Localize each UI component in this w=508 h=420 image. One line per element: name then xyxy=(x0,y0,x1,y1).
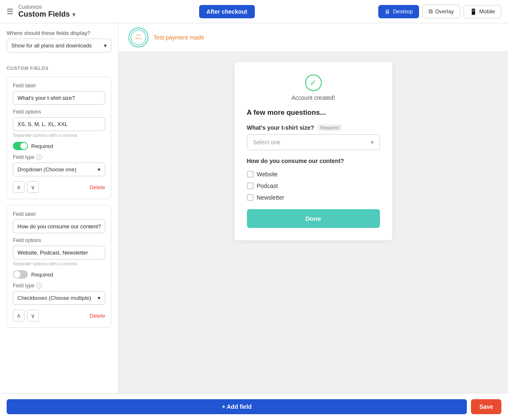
move-down-button-1[interactable]: ∨ xyxy=(27,181,39,193)
logo-svg: Jun's Bakery xyxy=(130,29,147,46)
preview-payment-text: Test payment made xyxy=(153,34,204,41)
account-created-text: Account created! xyxy=(247,94,380,101)
field-label-label-2: Field label xyxy=(13,211,105,217)
preview-field2-label: How do you consume our content? xyxy=(247,158,380,164)
preview-header: Jun's Bakery Test payment made xyxy=(118,23,508,52)
field-type-select-1[interactable]: Dropdown (Choose one) ▾ xyxy=(13,163,105,176)
overlay-label: Overlay xyxy=(435,8,454,15)
required-toggle-2[interactable] xyxy=(13,270,28,279)
checkbox-item-1: Podcast xyxy=(247,180,380,192)
main-content: Where should these fields display? Show … xyxy=(0,23,508,393)
preview-area: Jun's Bakery Test payment made ✓ Account… xyxy=(118,23,508,393)
preview-dropdown-placeholder: Select one xyxy=(253,139,281,146)
required-toggle-1[interactable] xyxy=(13,142,28,150)
svg-text:Jun's: Jun's xyxy=(136,34,141,36)
display-select[interactable]: Show for all plans and downloads ▾ xyxy=(7,39,111,52)
preview-checkbox-options: Website Podcast Newsletter xyxy=(247,168,380,203)
field-type-chevron-2: ▾ xyxy=(98,295,101,301)
preview-field1-required-badge: Required xyxy=(318,124,342,131)
desktop-label: Desktop xyxy=(393,8,413,15)
display-select-value: Show for all plans and downloads xyxy=(11,42,92,49)
field-type-select-2[interactable]: Checkboxes (Choose multiple) ▾ xyxy=(13,291,105,305)
field-options-label-1: Field options xyxy=(13,109,105,115)
required-row-2: Required xyxy=(13,270,105,279)
field-type-value-2: Checkboxes (Choose multiple) xyxy=(17,295,91,301)
success-icon-wrap: ✓ xyxy=(247,74,380,91)
field-label-input-1[interactable] xyxy=(13,91,105,105)
move-buttons-2: ∧ ∨ xyxy=(13,310,39,321)
field-options-label-2: Field options xyxy=(13,237,105,243)
checkbox-item-2: Newsletter xyxy=(247,192,380,203)
move-down-button-2[interactable]: ∨ xyxy=(27,310,39,321)
preview-logo: Jun's Bakery xyxy=(128,27,148,47)
delete-button-2[interactable]: Delete xyxy=(89,313,105,319)
field-label-input-2[interactable] xyxy=(13,220,105,233)
save-button[interactable]: Save xyxy=(471,399,501,414)
overlay-view-button[interactable]: ⧉ Overlay xyxy=(422,5,460,18)
display-label: Where should these fields display? xyxy=(7,30,111,36)
svg-text:Bakery: Bakery xyxy=(135,37,142,40)
right-panel: Jun's Bakery Test payment made ✓ Account… xyxy=(118,23,508,393)
field-type-label-2: Field type i xyxy=(13,283,105,289)
mobile-icon: 📱 xyxy=(470,8,477,15)
bottom-actions: + Add field Save xyxy=(0,393,508,420)
customize-label: Customize xyxy=(18,4,75,10)
page-title-text: Custom Fields xyxy=(18,10,70,19)
preview-field1-label: What's your t-shirt size? Required xyxy=(247,124,380,131)
field-options-input-1[interactable] xyxy=(13,117,105,131)
required-label-1: Required xyxy=(31,143,53,149)
field-options-hint-2: Separate options with a comma xyxy=(13,261,105,266)
app-container: ☰ Customize Custom Fields ▾ After checko… xyxy=(0,0,508,420)
field-options-input-2[interactable] xyxy=(13,246,105,259)
done-button[interactable]: Done xyxy=(247,209,380,228)
move-up-button-2[interactable]: ∧ xyxy=(13,310,25,321)
move-buttons-1: ∧ ∨ xyxy=(13,181,39,193)
field-actions-1: ∧ ∨ Delete xyxy=(13,181,105,193)
topbar-right: 🖥 Desktop ⧉ Overlay 📱 Mobile xyxy=(378,5,501,18)
topbar-center: After checkout xyxy=(80,5,373,18)
desktop-icon: 🖥 xyxy=(385,8,390,15)
checkbox-1[interactable] xyxy=(247,183,254,189)
desktop-view-button[interactable]: 🖥 Desktop xyxy=(378,5,419,18)
field-block-1: Field label Field options Separate optio… xyxy=(7,77,111,199)
field-type-value-1: Dropdown (Choose one) xyxy=(17,166,76,173)
mobile-label: Mobile xyxy=(479,8,495,15)
display-select-chevron: ▾ xyxy=(104,42,107,49)
preview-field1-label-text: What's your t-shirt size? xyxy=(247,124,314,131)
field-type-chevron-1: ▾ xyxy=(98,166,101,173)
checkbox-0[interactable] xyxy=(247,171,254,178)
checkbox-label-2: Newsletter xyxy=(257,194,284,201)
field-type-label-text-1: Field type xyxy=(13,154,35,160)
few-more-text: A few more questions... xyxy=(247,109,380,117)
checkbox-item-0: Website xyxy=(247,168,380,180)
topbar: ☰ Customize Custom Fields ▾ After checko… xyxy=(0,0,508,23)
field-type-label-text-2: Field type xyxy=(13,283,35,289)
overlay-icon: ⧉ xyxy=(429,8,433,15)
title-group: Customize Custom Fields ▾ xyxy=(18,4,75,19)
field-block-2: Field label Field options Separate optio… xyxy=(7,205,111,328)
checkbox-label-0: Website xyxy=(257,171,278,178)
move-up-button-1[interactable]: ∧ xyxy=(13,181,25,193)
title-chevron-icon: ▾ xyxy=(72,11,75,18)
field-options-hint-1: Separate options with a comma xyxy=(13,133,105,138)
success-icon: ✓ xyxy=(305,74,322,91)
mobile-view-button[interactable]: 📱 Mobile xyxy=(464,5,501,18)
required-row-1: Required xyxy=(13,142,105,150)
menu-icon[interactable]: ☰ xyxy=(7,7,13,16)
section-header: CUSTOM FIELDS xyxy=(7,66,111,71)
checkbox-2[interactable] xyxy=(247,194,254,201)
field-actions-2: ∧ ∨ Delete xyxy=(13,310,105,321)
after-checkout-button[interactable]: After checkout xyxy=(199,5,255,18)
field-type-info-icon-2[interactable]: i xyxy=(36,283,42,289)
required-label-2: Required xyxy=(31,272,53,278)
delete-button-1[interactable]: Delete xyxy=(89,184,105,190)
add-field-button[interactable]: + Add field xyxy=(7,399,467,414)
field-type-label-1: Field type i xyxy=(13,154,105,160)
preview-card: ✓ Account created! A few more questions.… xyxy=(234,62,392,240)
field-type-info-icon-1[interactable]: i xyxy=(36,154,42,160)
preview-dropdown[interactable]: Select one ▾ xyxy=(247,134,380,150)
field-label-label-1: Field label xyxy=(13,83,105,89)
page-title[interactable]: Custom Fields ▾ xyxy=(18,10,75,19)
preview-dropdown-chevron: ▾ xyxy=(371,139,374,146)
left-panel: Where should these fields display? Show … xyxy=(0,23,118,393)
